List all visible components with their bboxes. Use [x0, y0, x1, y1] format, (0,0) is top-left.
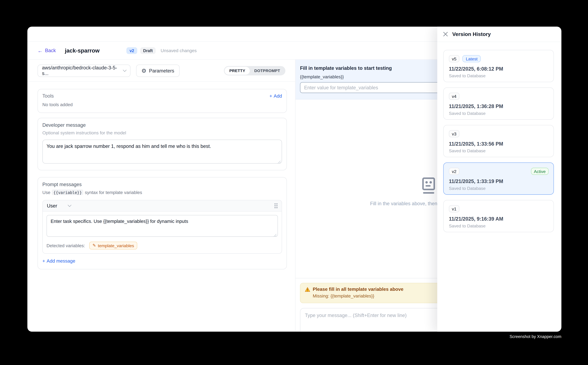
developer-message-card: Developer message Optional system instru… — [38, 118, 287, 170]
draft-status-badge: Draft — [140, 47, 156, 54]
editor-scroll-area: Tools + Add No tools added Developer mes… — [28, 82, 295, 332]
model-toolbar: aws/anthropic/bedrock-claude-3-5-s... ⚙ … — [28, 60, 295, 82]
back-arrow-icon: ← — [38, 48, 43, 53]
version-status: Saved to Database — [449, 148, 548, 153]
tab-pretty[interactable]: PRETTY — [225, 67, 250, 74]
detected-variables-label: Detected variables: — [47, 243, 85, 248]
screenshot-canvas: ← Back jack-sparrow v2 Draft Unsaved cha… — [0, 0, 588, 365]
parameters-label: Parameters — [149, 68, 174, 73]
version-history-drawer: Version History v5 Latest 11/22/2025, 6:… — [437, 27, 561, 332]
model-select[interactable]: aws/anthropic/bedrock-claude-3-5-s... — [38, 64, 131, 77]
role-select-value: User — [47, 203, 57, 209]
template-variable-name: template_variables — [98, 243, 134, 248]
drag-handle-icon[interactable] — [275, 203, 277, 208]
version-timestamp: 11/21/2025, 1:33:19 PM — [449, 179, 548, 184]
version-card-v3[interactable]: v3 11/21/2025, 1:33:56 PM Saved to Datab… — [443, 125, 554, 157]
detected-variables-row: Detected variables: ✎ template_variables — [47, 242, 278, 249]
subtitle-prefix: Use — [42, 190, 50, 195]
version-status: Saved to Database — [449, 111, 548, 116]
developer-message-title: Developer message — [42, 122, 282, 128]
tools-empty-text: No tools added — [42, 102, 282, 107]
plus-icon: + — [270, 93, 272, 98]
pencil-icon: ✎ — [92, 244, 96, 248]
resize-grip-icon[interactable] — [277, 160, 281, 163]
tools-title: Tools — [42, 93, 54, 99]
version-card-v1[interactable]: v1 11/21/2025, 9:16:39 AM Saved to Datab… — [443, 200, 554, 232]
watermark-text: Screenshot by Xnapper.com — [510, 334, 561, 339]
unsaved-changes-label: Unsaved changes — [161, 48, 197, 53]
plus-icon: + — [42, 259, 45, 264]
resize-grip-icon[interactable] — [273, 233, 276, 237]
version-card-v4[interactable]: v4 11/21/2025, 1:36:28 PM Saved to Datab… — [443, 87, 554, 120]
version-chip-row: v3 — [449, 130, 548, 137]
role-select[interactable]: User — [47, 203, 71, 209]
prompt-message-textarea[interactable]: Enter task specifics. Use {{template_var… — [47, 215, 278, 237]
version-card-v5[interactable]: v5 Latest 11/22/2025, 6:08:12 PM Saved t… — [443, 50, 554, 82]
developer-message-textarea[interactable]: You are jack sparrow number 1, respond a… — [42, 140, 282, 164]
active-badge: Active — [531, 168, 549, 175]
version-card-v2[interactable]: v2 Active 11/21/2025, 1:33:19 PM Saved t… — [443, 162, 554, 195]
version-id-badge: v4 — [449, 93, 459, 100]
version-status: Saved to Database — [449, 74, 548, 78]
prompt-messages-title: Prompt messages — [42, 182, 282, 187]
version-history-header: Version History — [437, 27, 561, 42]
tools-header: Tools + Add — [42, 93, 282, 99]
developer-message-subtitle: Optional system instructions for the mod… — [42, 130, 282, 135]
model-select-value: aws/anthropic/bedrock-claude-3-5-s... — [42, 65, 123, 76]
chevron-down-icon — [68, 203, 72, 207]
version-badge: v2 — [127, 47, 137, 54]
gear-icon: ⚙ — [141, 68, 146, 73]
subtitle-suffix: syntax for template variables — [85, 190, 142, 195]
template-variable-chip[interactable]: ✎ template_variables — [89, 242, 137, 249]
version-history-title: Version History — [452, 31, 491, 37]
view-mode-toggle: PRETTY DOTPROMPT — [224, 66, 285, 75]
message-header: User — [43, 200, 282, 211]
version-chip-row: v4 — [449, 93, 548, 100]
version-id-badge: v3 — [449, 130, 459, 137]
message-textarea-wrap: Enter task specifics. Use {{template_var… — [47, 215, 278, 238]
warning-triangle-icon — [305, 287, 310, 292]
back-label: Back — [45, 48, 56, 53]
add-message-button[interactable]: + Add message — [42, 259, 75, 264]
version-chip-row: v5 Latest — [449, 55, 548, 62]
prompt-messages-subtitle: Use {{variable}} syntax for template var… — [42, 190, 282, 195]
developer-textarea-wrap: You are jack sparrow number 1, respond a… — [42, 140, 282, 165]
prompt-message-block: User Enter task specifics. Use {{templat… — [42, 200, 282, 254]
close-icon[interactable] — [443, 32, 448, 37]
version-id-badge: v5 — [449, 55, 459, 62]
page-title: jack-sparrow — [65, 47, 100, 54]
warning-title: Please fill in all template variables ab… — [313, 287, 403, 292]
robot-face-icon — [422, 177, 436, 194]
version-chip-row: v1 — [449, 205, 548, 212]
version-status: Saved to Database — [449, 224, 548, 228]
tab-dotprompt[interactable]: DOTPROMPT — [250, 68, 285, 73]
version-status: Saved to Database — [449, 186, 548, 191]
back-button[interactable]: ← Back — [38, 48, 56, 53]
parameters-button[interactable]: ⚙ Parameters — [136, 64, 180, 77]
version-timestamp: 11/21/2025, 1:36:28 PM — [449, 104, 548, 109]
version-id-badge: v1 — [449, 205, 459, 212]
version-list: v5 Latest 11/22/2025, 6:08:12 PM Saved t… — [437, 42, 561, 232]
version-timestamp: 11/21/2025, 9:16:39 AM — [449, 216, 548, 222]
add-message-label: Add message — [47, 259, 75, 264]
version-timestamp: 11/21/2025, 1:33:56 PM — [449, 141, 548, 147]
version-id-badge: v2 — [449, 168, 459, 175]
latest-badge: Latest — [462, 55, 481, 62]
version-timestamp: 11/22/2025, 6:08:12 PM — [449, 66, 548, 72]
variable-syntax-chip: {{variable}} — [52, 190, 83, 195]
add-tool-label: Add — [274, 93, 282, 98]
add-tool-button[interactable]: + Add — [270, 93, 282, 98]
editor-column: aws/anthropic/bedrock-claude-3-5-s... ⚙ … — [28, 60, 295, 332]
prompt-messages-card: Prompt messages Use {{variable}} syntax … — [38, 177, 287, 269]
message-body: Enter task specifics. Use {{template_var… — [43, 212, 282, 253]
chevron-down-icon — [123, 68, 127, 72]
tools-card: Tools + Add No tools added — [38, 89, 287, 113]
